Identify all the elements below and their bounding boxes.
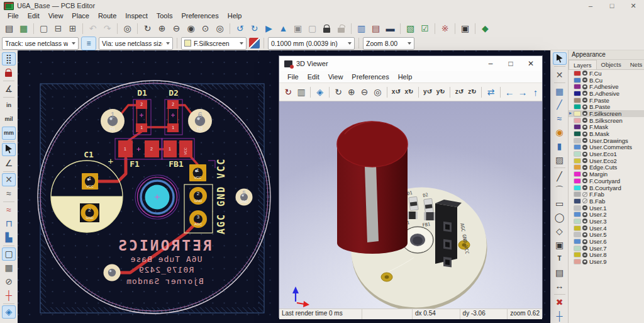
menu-item[interactable]: Help (223, 12, 247, 20)
layer-row[interactable]: User.9 (569, 258, 644, 265)
minimize-button[interactable]: – (580, 0, 601, 11)
refresh-view-button[interactable]: ↻ (333, 86, 345, 98)
close-button[interactable]: ✕ (623, 0, 644, 11)
menu-item[interactable]: File (3, 12, 23, 20)
draw-circle-tool[interactable]: ◯ (553, 211, 567, 224)
net-inspector-button[interactable]: ▥ (355, 22, 368, 35)
menu-item[interactable]: Help (394, 73, 417, 81)
footprint-outline-mode-toggle[interactable]: ▦ (2, 261, 16, 275)
copy-image-button[interactable]: ▥ (296, 86, 308, 98)
route-tracks-tool[interactable]: ╱ (553, 98, 567, 111)
inactive-layer-mode-toggle[interactable]: ┼ (2, 289, 16, 302)
add-footprint-tool[interactable]: ▦ (553, 84, 567, 98)
layer-color-swatch[interactable] (574, 84, 580, 89)
menu-item[interactable]: Place (67, 12, 94, 20)
update-pcb-from-schematic-button[interactable]: ▧ (404, 22, 417, 35)
layer-color-swatch[interactable] (574, 145, 580, 149)
ungroup-button[interactable]: ▢ (306, 22, 319, 35)
menu-item[interactable]: Inspect (121, 12, 152, 20)
layer-color-swatch[interactable] (574, 246, 580, 251)
layer-visibility-eye-icon[interactable] (582, 158, 587, 163)
add-textbox-tool[interactable]: ▤ (553, 266, 567, 279)
layer-row[interactable]: User.3 (569, 218, 644, 225)
plot-button[interactable]: ⊞ (66, 22, 79, 35)
layer-color-swatch[interactable] (574, 219, 580, 224)
draw-polygon-tool[interactable]: ◇ (553, 225, 567, 238)
layer-row[interactable]: B.Silkscreen (569, 117, 644, 124)
flip-horizontal-button[interactable]: ▶ (262, 22, 275, 35)
layer-visibility-eye-icon[interactable] (582, 152, 587, 157)
layer-color-swatch[interactable] (574, 226, 580, 230)
menu-item[interactable]: Route (94, 12, 121, 20)
pad[interactable]: 1 VCC (82, 173, 98, 190)
layer-visibility-eye-icon[interactable] (582, 232, 587, 237)
pan-up-button[interactable]: ↑ (530, 86, 541, 98)
layer-color-swatch[interactable] (574, 179, 580, 183)
zoom-fit-button[interactable]: ◎ (372, 86, 384, 98)
layer-row[interactable]: F.Mask (569, 124, 644, 131)
layer-pair-swap-icon[interactable] (249, 38, 260, 48)
add-via-tool[interactable]: ◉ (553, 126, 567, 139)
layer-color-swatch[interactable] (574, 91, 580, 96)
group-button[interactable]: ▣ (291, 22, 304, 35)
layer-row[interactable]: Edge.Cuts (569, 164, 644, 171)
highlight-net-tool[interactable]: ✕ (553, 68, 567, 81)
pad-5[interactable]: 5 GND (236, 189, 253, 206)
layer-visibility-eye-icon[interactable] (582, 239, 587, 244)
layer-color-swatch[interactable] (574, 192, 580, 196)
layer-row[interactable]: F.Cu (569, 70, 644, 77)
auto-track-width-toggle[interactable]: ≡ (81, 37, 96, 50)
layer-color-swatch[interactable] (574, 98, 580, 103)
layer-visibility-eye-icon[interactable] (582, 84, 587, 89)
rotate-x-cw-button[interactable]: x↻ (403, 86, 415, 98)
reload-board-button[interactable]: ↻ (282, 86, 294, 98)
zone-display-mode-toggle[interactable]: ▢ (2, 247, 16, 261)
footprint-j1[interactable]: 1 VCC 2 GND 3 AGC AGC GND VCC (184, 158, 227, 234)
grid-origin-tool[interactable]: ┼ (553, 310, 567, 323)
menu-item[interactable]: View (324, 73, 348, 81)
appearance-tab[interactable]: Layers (569, 60, 597, 69)
units-mils-button[interactable]: mil (2, 113, 16, 126)
appearance-tab[interactable]: Nets (626, 60, 644, 69)
layer-visibility-eye-icon[interactable] (582, 138, 587, 143)
layer-color-swatch[interactable] (574, 159, 580, 163)
units-inches-button[interactable]: in (2, 99, 16, 112)
pan-left-button[interactable]: ← (504, 86, 516, 98)
layer-visibility-eye-icon[interactable] (582, 212, 587, 217)
save-button[interactable]: ▤ (3, 22, 16, 35)
layer-row[interactable]: User.Comments (569, 144, 644, 151)
layer-row[interactable]: User.Eco1 (569, 150, 644, 157)
mirror-vertical-button[interactable]: ▲ (277, 22, 290, 35)
rotate-z-cw-button[interactable]: z↻ (467, 86, 479, 98)
track-display-mode-toggle[interactable]: ⊓ (2, 217, 16, 230)
menu-item[interactable]: Edit (303, 73, 324, 81)
layer-color-swatch[interactable] (574, 105, 580, 109)
pad-display-mode-toggle[interactable]: ▙ (2, 231, 16, 244)
pan-right-button[interactable]: → (517, 86, 529, 98)
tune-length-tool[interactable]: ≈ (553, 112, 567, 125)
layer-visibility-eye-icon[interactable] (582, 185, 587, 190)
menu-item[interactable]: View (44, 12, 68, 20)
layer-visibility-eye-icon[interactable] (582, 252, 587, 258)
layer-color-swatch[interactable] (574, 259, 580, 264)
menu-item[interactable]: Tools (152, 12, 177, 20)
layer-color-swatch[interactable] (574, 78, 580, 82)
zoom-in-button[interactable]: ⊕ (346, 86, 358, 98)
rotate-z-ccw-button[interactable]: z↺ (453, 86, 465, 98)
ratsnest-visibility-toggle[interactable]: ✕ (2, 173, 16, 186)
layer-visibility-eye-icon[interactable] (582, 225, 587, 230)
via-display-mode-toggle[interactable]: ⊘ (2, 275, 16, 288)
layer-row[interactable]: User.6 (569, 238, 644, 245)
draw-arc-tool[interactable]: ⌒ (553, 183, 567, 196)
polar-coordinates-toggle[interactable]: ∡ (2, 82, 16, 96)
layer-row[interactable]: B.Fab (569, 198, 644, 205)
layer-row[interactable]: B.Adhesive (569, 90, 644, 97)
pad[interactable]: 2 GND (192, 190, 205, 203)
layer-row[interactable]: User.2 (569, 211, 644, 218)
layer-visibility-eye-icon[interactable] (582, 98, 587, 103)
layer-color-swatch[interactable] (574, 172, 580, 176)
grid-size-select[interactable]: 0.1000 mm (0.0039 in) (268, 37, 355, 50)
layer-visibility-eye-icon[interactable] (582, 165, 587, 170)
zoom-out-button[interactable]: ⊖ (358, 86, 370, 98)
menu-item[interactable]: Preferences (177, 12, 223, 20)
